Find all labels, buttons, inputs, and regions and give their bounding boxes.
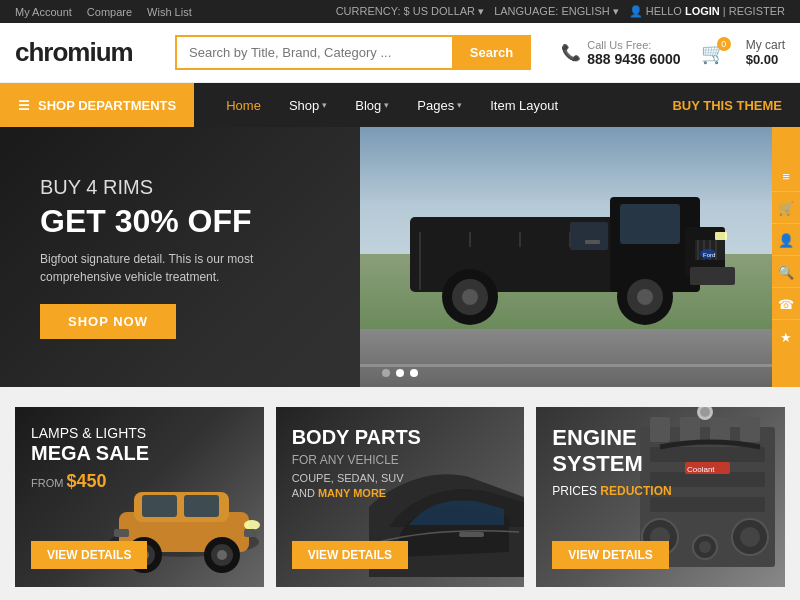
- logo: chromium: [15, 37, 155, 68]
- my-account-link[interactable]: My Account: [15, 6, 72, 18]
- phone-icon: 📞: [561, 43, 581, 62]
- sidebar-menu-icon[interactable]: ≡: [772, 162, 800, 192]
- hero-subheadline: GET 30% OFF: [40, 203, 260, 240]
- svg-rect-2: [620, 204, 680, 244]
- right-sidebar: ≡ 🛒 👤 🔍 ☎ ★: [772, 127, 800, 387]
- cart-wrapper[interactable]: 🛒 0: [701, 41, 726, 65]
- engine-category: ENGINE: [552, 425, 769, 451]
- hero-truck: Ford: [390, 172, 750, 332]
- login-link[interactable]: LOGIN: [685, 5, 720, 17]
- sidebar-phone-icon[interactable]: ☎: [772, 290, 800, 320]
- hero-headline: BUY 4 RIMS: [40, 176, 260, 199]
- hero-banner: Ford BUY 4 RIMS GET 30% OFF Bigfoot sign…: [0, 127, 800, 387]
- nav-links: Home Shop ▾ Blog ▾ Pages ▾ Item Layout: [194, 83, 654, 127]
- svg-rect-5: [690, 267, 735, 285]
- engine-prices: PRICES REDUCTION: [552, 484, 769, 498]
- phone-number: 888 9436 6000: [587, 51, 680, 67]
- register-link[interactable]: REGISTER: [729, 5, 785, 17]
- nav-item-layout[interactable]: Item Layout: [478, 83, 570, 127]
- body-parts-subtitle: FOR ANY VEHICLE: [292, 453, 509, 467]
- cart-badge: 0: [717, 37, 731, 51]
- body-parts-desc: COUPE, SEDAN, SUVAND MANY MORE: [292, 471, 509, 502]
- cart-icon: 🛒 0: [701, 42, 726, 64]
- lamps-view-details-button[interactable]: View Details: [31, 541, 147, 569]
- buy-theme-button[interactable]: BUY THIS THEME: [654, 83, 800, 127]
- search-bar: Search: [175, 35, 531, 70]
- body-parts-card-overlay: BODY PARTS FOR ANY VEHICLE COUPE, SEDAN,…: [276, 407, 525, 587]
- user-greeting: 👤 HELLO LOGIN | REGISTER: [629, 5, 785, 18]
- hamburger-icon: ☰: [18, 98, 30, 113]
- sidebar-user-icon[interactable]: 👤: [772, 226, 800, 256]
- engine-card[interactable]: Coolant ENGINE SYSTEM PRICES REDUCTION V…: [536, 407, 785, 587]
- slider-dot-2[interactable]: [396, 369, 404, 377]
- search-button[interactable]: Search: [452, 35, 531, 70]
- language-selector[interactable]: LANGUAGE: ENGLISH ▾: [494, 5, 619, 18]
- search-input[interactable]: [175, 35, 452, 70]
- body-parts-card[interactable]: BODY PARTS FOR ANY VEHICLE COUPE, SEDAN,…: [276, 407, 525, 587]
- svg-rect-22: [585, 240, 600, 244]
- lamps-card[interactable]: LAMPS & LIGHTS MEGA SALE FROM $450 View …: [15, 407, 264, 587]
- svg-rect-3: [570, 222, 608, 250]
- cart-info: My cart $0.00: [746, 38, 785, 67]
- navigation: ☰ SHOP DEPARTMENTS Home Shop ▾ Blog ▾ Pa…: [0, 83, 800, 127]
- wish-list-link[interactable]: Wish List: [147, 6, 192, 18]
- svg-rect-11: [715, 232, 727, 240]
- svg-text:Ford: Ford: [703, 252, 715, 258]
- nav-pages[interactable]: Pages ▾: [405, 83, 474, 127]
- sidebar-cart-icon[interactable]: 🛒: [772, 194, 800, 224]
- body-parts-category: BODY PARTS: [292, 425, 509, 449]
- road-line: [360, 364, 778, 367]
- body-parts-view-details-button[interactable]: View Details: [292, 541, 408, 569]
- nav-blog[interactable]: Blog ▾: [343, 83, 401, 127]
- lamps-category: LAMPS & LIGHTS: [31, 425, 248, 442]
- svg-point-14: [462, 289, 478, 305]
- engine-title: SYSTEM: [552, 451, 769, 477]
- header: chromium Search 📞 Call Us Free: 888 9436…: [0, 23, 800, 83]
- engine-view-details-button[interactable]: View Details: [552, 541, 668, 569]
- slider-dot-3[interactable]: [410, 369, 418, 377]
- hero-content: BUY 4 RIMS GET 30% OFF Bigfoot signature…: [0, 176, 300, 339]
- lamps-price: FROM $450: [31, 471, 248, 492]
- svg-point-17: [637, 289, 653, 305]
- engine-card-overlay: ENGINE SYSTEM PRICES REDUCTION View Deta…: [536, 407, 785, 587]
- lamps-title: MEGA SALE: [31, 442, 248, 465]
- header-right: 📞 Call Us Free: 888 9436 6000 🛒 0 My car…: [561, 38, 785, 67]
- currency-selector[interactable]: CURRENCY: $ US DOLLAR ▾: [336, 5, 484, 18]
- hero-pavement: [360, 329, 800, 387]
- call-us: 📞 Call Us Free: 888 9436 6000: [561, 39, 680, 67]
- top-bar: My Account Compare Wish List CURRENCY: $…: [0, 0, 800, 23]
- nav-shop[interactable]: Shop ▾: [277, 83, 339, 127]
- compare-link[interactable]: Compare: [87, 6, 132, 18]
- lamps-card-overlay: LAMPS & LIGHTS MEGA SALE FROM $450 View …: [15, 407, 264, 587]
- top-bar-left: My Account Compare Wish List: [15, 6, 192, 18]
- slider-dots: [382, 369, 418, 377]
- sidebar-search-icon[interactable]: 🔍: [772, 258, 800, 288]
- top-bar-right: CURRENCY: $ US DOLLAR ▾ LANGUAGE: ENGLIS…: [336, 5, 785, 18]
- product-cards-section: LAMPS & LIGHTS MEGA SALE FROM $450 View …: [0, 387, 800, 600]
- shop-now-button[interactable]: SHOP NOW: [40, 304, 176, 339]
- nav-home[interactable]: Home: [214, 83, 273, 127]
- sidebar-star-icon[interactable]: ★: [772, 322, 800, 352]
- hero-description: Bigfoot signature detail. This is our mo…: [40, 250, 260, 286]
- slider-dot-1[interactable]: [382, 369, 390, 377]
- shop-departments-button[interactable]: ☰ SHOP DEPARTMENTS: [0, 83, 194, 127]
